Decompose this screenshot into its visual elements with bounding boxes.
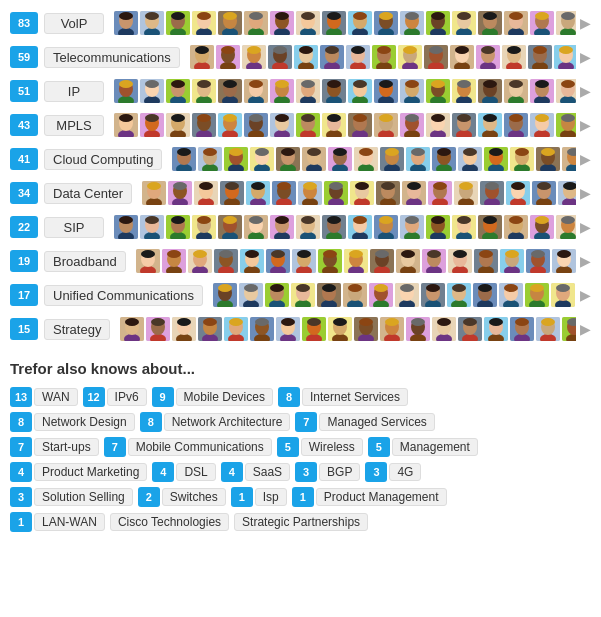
avatar[interactable]	[458, 317, 482, 341]
avatar[interactable]	[478, 11, 502, 35]
tag-label[interactable]: Mobile Communications	[128, 438, 272, 456]
avatar[interactable]	[292, 249, 316, 273]
avatar[interactable]	[551, 283, 575, 307]
expand-chevron-icon[interactable]: ▶	[580, 83, 591, 99]
tag-label[interactable]: 4G	[389, 463, 421, 481]
skill-row[interactable]: 15Strategy▶	[10, 314, 591, 344]
avatar[interactable]	[478, 215, 502, 239]
avatar[interactable]	[162, 249, 186, 273]
avatar[interactable]	[395, 283, 419, 307]
tag-label[interactable]: Wireless	[301, 438, 363, 456]
avatar[interactable]	[422, 249, 446, 273]
avatar[interactable]	[554, 45, 576, 69]
avatar[interactable]	[192, 79, 216, 103]
skill-label[interactable]: VolP	[44, 13, 104, 34]
avatar[interactable]	[421, 283, 445, 307]
avatar[interactable]	[556, 113, 576, 137]
avatar[interactable]	[558, 181, 576, 205]
avatar[interactable]	[502, 45, 526, 69]
skill-label[interactable]: Telecommunications	[44, 47, 180, 68]
avatar[interactable]	[406, 317, 430, 341]
avatar[interactable]	[244, 113, 268, 137]
avatar[interactable]	[246, 181, 270, 205]
avatar[interactable]	[426, 215, 450, 239]
avatar[interactable]	[328, 317, 352, 341]
avatar[interactable]	[318, 249, 342, 273]
avatar[interactable]	[114, 215, 138, 239]
avatar[interactable]	[142, 181, 166, 205]
expand-chevron-icon[interactable]: ▶	[580, 185, 591, 201]
avatar[interactable]	[348, 215, 372, 239]
avatar[interactable]	[504, 215, 528, 239]
avatar[interactable]	[348, 79, 372, 103]
avatar[interactable]	[504, 79, 528, 103]
avatar[interactable]	[400, 113, 424, 137]
tag-label-only[interactable]: Cisco Technologies	[110, 513, 229, 531]
avatar[interactable]	[348, 11, 372, 35]
avatar[interactable]	[452, 79, 476, 103]
avatar[interactable]	[556, 11, 576, 35]
avatar[interactable]	[166, 11, 190, 35]
avatar[interactable]	[136, 249, 160, 273]
avatar[interactable]	[406, 147, 430, 171]
avatar[interactable]	[214, 249, 238, 273]
avatar[interactable]	[270, 113, 294, 137]
avatar[interactable]	[172, 317, 196, 341]
tag-label[interactable]: Switches	[162, 488, 226, 506]
avatar[interactable]	[250, 317, 274, 341]
avatar[interactable]	[530, 215, 554, 239]
tag-label[interactable]: Isp	[255, 488, 287, 506]
avatar[interactable]	[192, 11, 216, 35]
avatar[interactable]	[400, 79, 424, 103]
avatar[interactable]	[428, 181, 452, 205]
avatar[interactable]	[296, 79, 320, 103]
avatar[interactable]	[476, 45, 500, 69]
avatar[interactable]	[530, 113, 554, 137]
avatar[interactable]	[140, 215, 164, 239]
avatar[interactable]	[374, 215, 398, 239]
avatar[interactable]	[192, 215, 216, 239]
avatar[interactable]	[218, 215, 242, 239]
tag-label[interactable]: Start-ups	[34, 438, 99, 456]
tag-label[interactable]: BGP	[319, 463, 360, 481]
avatar[interactable]	[213, 283, 237, 307]
tag-label[interactable]: Network Architecture	[164, 413, 291, 431]
expand-chevron-icon[interactable]: ▶	[580, 15, 591, 31]
skill-label[interactable]: Broadband	[44, 251, 126, 272]
avatar[interactable]	[374, 113, 398, 137]
skill-label[interactable]: IP	[44, 81, 104, 102]
tag-label[interactable]: Management	[392, 438, 478, 456]
avatar[interactable]	[344, 249, 368, 273]
avatar[interactable]	[500, 249, 524, 273]
avatar[interactable]	[562, 147, 576, 171]
tag-label[interactable]: Network Design	[34, 413, 135, 431]
avatar[interactable]	[198, 147, 222, 171]
skill-row[interactable]: 17Unified Communications▶	[10, 280, 591, 310]
avatar[interactable]	[530, 11, 554, 35]
avatar[interactable]	[552, 249, 576, 273]
avatar[interactable]	[484, 317, 508, 341]
avatar[interactable]	[194, 181, 218, 205]
avatar[interactable]	[480, 181, 504, 205]
avatar[interactable]	[499, 283, 523, 307]
avatar[interactable]	[369, 283, 393, 307]
avatar[interactable]	[536, 147, 560, 171]
avatar[interactable]	[426, 79, 450, 103]
avatar[interactable]	[268, 45, 292, 69]
avatar[interactable]	[536, 317, 560, 341]
avatar[interactable]	[250, 147, 274, 171]
avatar[interactable]	[396, 249, 420, 273]
avatar[interactable]	[348, 113, 372, 137]
avatar[interactable]	[432, 147, 456, 171]
avatar[interactable]	[447, 283, 471, 307]
avatar[interactable]	[556, 215, 576, 239]
avatar[interactable]	[400, 11, 424, 35]
tag-label[interactable]: SaaS	[245, 463, 290, 481]
avatar[interactable]	[398, 45, 422, 69]
avatar[interactable]	[218, 113, 242, 137]
avatar[interactable]	[324, 181, 348, 205]
expand-chevron-icon[interactable]: ▶	[580, 219, 591, 235]
skill-row[interactable]: 22SIP▶	[10, 212, 591, 242]
avatar[interactable]	[448, 249, 472, 273]
avatar[interactable]	[198, 317, 222, 341]
